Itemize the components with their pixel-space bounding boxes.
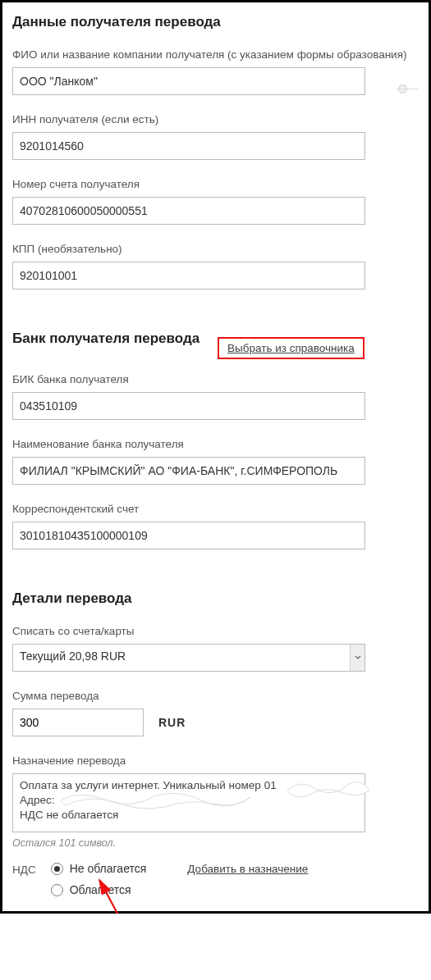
nds-label: НДС bbox=[12, 862, 36, 876]
recipient-name-label: ФИО или название компании получателя (с … bbox=[12, 48, 419, 61]
recipient-kpp-label: КПП (необязательно) bbox=[12, 243, 419, 255]
currency-label: RUR bbox=[158, 716, 186, 729]
recipient-account-label: Номер счета получателя bbox=[12, 178, 419, 190]
recipient-kpp-input[interactable] bbox=[12, 262, 365, 289]
purpose-line-3: НДС не облагается bbox=[20, 808, 358, 823]
bank-name-label: Наименование банка получателя bbox=[12, 438, 419, 450]
recipient-inn-input[interactable] bbox=[12, 132, 365, 160]
amount-input[interactable] bbox=[12, 709, 144, 736]
bank-corr-label: Корреспондентский счет bbox=[12, 503, 419, 515]
bank-directory-link[interactable]: Выбрать из справочника bbox=[218, 337, 365, 359]
chars-remaining-hint: Остался 101 символ. bbox=[12, 837, 419, 849]
purpose-label: Назначение перевода bbox=[12, 754, 419, 767]
nds-radio-not-taxed[interactable] bbox=[51, 863, 63, 875]
source-account-select[interactable]: Текущий 20,98 RUR bbox=[12, 644, 365, 672]
nds-option-not-taxed-label: Не облагается bbox=[70, 862, 147, 875]
bank-corr-input[interactable] bbox=[12, 522, 365, 549]
add-to-purpose-link[interactable]: Добавить в назначение bbox=[187, 863, 308, 875]
recipient-name-input[interactable] bbox=[12, 67, 365, 95]
recipient-account-input[interactable] bbox=[12, 197, 365, 225]
section-title-details: Детали перевода bbox=[12, 590, 419, 607]
amount-label: Сумма перевода bbox=[12, 690, 419, 702]
nds-radio-taxed[interactable] bbox=[51, 884, 63, 896]
purpose-line-1: Оплата за услуги интернет. Уникальный но… bbox=[20, 778, 358, 793]
bank-bik-label: БИК банка получателя bbox=[12, 373, 419, 385]
bank-name-input[interactable] bbox=[12, 457, 365, 485]
bank-bik-input[interactable] bbox=[12, 392, 365, 420]
purpose-line-2: Адрес: bbox=[20, 793, 358, 808]
recipient-inn-label: ИНН получателя (если есть) bbox=[12, 113, 419, 125]
chevron-down-icon bbox=[350, 645, 365, 671]
purpose-textarea[interactable]: Оплата за услуги интернет. Уникальный но… bbox=[12, 773, 365, 832]
source-account-label: Списать со счета/карты bbox=[12, 625, 419, 637]
nds-option-taxed-label: Облагается bbox=[70, 883, 131, 896]
section-title-bank: Банк получателя перевода bbox=[12, 330, 199, 347]
section-title-recipient: Данные получателя перевода bbox=[12, 14, 419, 30]
source-account-value: Текущий 20,98 RUR bbox=[20, 650, 126, 663]
